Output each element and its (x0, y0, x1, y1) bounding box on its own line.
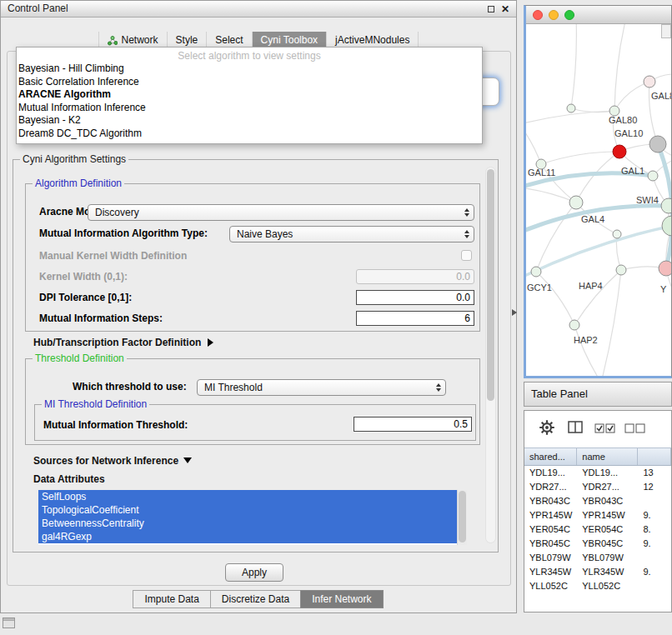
table-cell: YER054C (524, 522, 577, 537)
table-row[interactable]: YDR27...YDR27...12 (524, 480, 671, 494)
table-row[interactable]: YLR345WYLR345W9. (524, 565, 671, 579)
table-cell: YPR145W (524, 508, 577, 522)
algorithm-option-bayesian-hill-climbing[interactable]: Bayesian - Hill Climbing (17, 62, 482, 76)
node-label: GCY1 (527, 282, 552, 292)
close-traffic-icon[interactable] (533, 10, 543, 20)
node-label: GAL4 (581, 214, 604, 224)
clear-columns-icon[interactable] (624, 422, 646, 433)
combo-arrows-icon (464, 205, 469, 220)
network-node-hap4[interactable] (616, 265, 626, 275)
attribute-item-gal4rgexp[interactable]: gal4RGexp (38, 530, 457, 543)
table-cell: YDR27... (524, 480, 577, 494)
table-cell: YBL079W (577, 551, 638, 565)
network-node-gal10[interactable] (649, 136, 666, 152)
sources-toggle[interactable]: Sources for Network Inference (33, 455, 192, 467)
algorithm-option-basic-correlation-inference[interactable]: Basic Correlation Inference (17, 76, 482, 89)
table-row[interactable]: YBR043CYBR043C (524, 494, 671, 508)
mi-threshold-field[interactable] (354, 417, 472, 432)
network-node-hap2[interactable] (569, 320, 579, 330)
network-node-swi4[interactable] (661, 198, 672, 213)
mi-threshold-group-title: MI Threshold Definition (42, 398, 149, 410)
settings-scrollbar-thumb[interactable] (487, 169, 494, 401)
list-scrollbar[interactable] (457, 490, 467, 545)
minimize-traffic-icon[interactable] (549, 10, 559, 20)
network-view-window: GAL80GAL80GAL10GAL1SWI4GAL4HAP4GCY1YHAP2… (524, 5, 672, 378)
columns-icon[interactable] (568, 421, 583, 434)
select-all-columns-icon[interactable] (594, 422, 616, 433)
dpi-tolerance-label: DPI Tolerance [0,1]: (39, 292, 132, 303)
table-cell: YLL052C (577, 579, 638, 593)
algorithm-definition-title: Algorithm Definition (33, 178, 124, 189)
bottom-tabbar: Impute DataDiscretize DataInfer Network (1, 590, 516, 608)
table-cell (638, 579, 671, 593)
algorithm-option-mutual-information-inference[interactable]: Mutual Information Inference (17, 102, 482, 115)
float-window-icon[interactable] (488, 6, 494, 12)
table-cell: 12 (638, 480, 671, 494)
hub-definition-toggle[interactable]: Hub/Transcription Factor Definition (33, 337, 213, 348)
tab-impute-data[interactable]: Impute Data (133, 590, 210, 608)
attribute-item-topologicalcoefficient[interactable]: TopologicalCoefficient (38, 503, 457, 517)
scrollbar-stub[interactable] (661, 24, 671, 38)
network-node[interactable] (613, 145, 626, 158)
settings-scrollbar[interactable] (485, 167, 496, 543)
column-header-blank[interactable] (638, 448, 671, 465)
attribute-item-betweennesscentrality[interactable]: BetweennessCentrality (38, 517, 457, 530)
tab-discretize-data[interactable]: Discretize Data (210, 590, 301, 608)
zoom-traffic-icon[interactable] (564, 10, 574, 20)
algorithm-option-aracne-algorithm[interactable]: ARACNE Algorithm (17, 88, 482, 102)
network-node[interactable] (567, 104, 575, 112)
network-edge (526, 226, 672, 278)
network-node-gal4[interactable] (569, 196, 583, 209)
mi-steps-field[interactable] (356, 311, 474, 326)
which-threshold-select[interactable]: MI Threshold (197, 379, 446, 396)
network-canvas[interactable]: GAL80GAL80GAL10GAL1SWI4GAL4HAP4GCY1YHAP2… (526, 24, 672, 378)
table-row[interactable]: YBL079WYBL079W (524, 551, 671, 565)
table-row[interactable]: YPR145WYPR145W9. (524, 508, 671, 522)
table-cell: YLR345W (524, 565, 577, 579)
dpi-tolerance-field[interactable] (356, 290, 474, 305)
network-node[interactable] (662, 216, 672, 236)
apply-button[interactable]: Apply (225, 563, 283, 582)
docked-panel-icon[interactable] (3, 618, 15, 628)
manual-kernel-width-checkbox[interactable] (461, 250, 472, 261)
network-node-gal1[interactable] (648, 171, 658, 181)
table-cell: YBR043C (524, 494, 577, 508)
table-cell: YDR27... (577, 480, 638, 494)
node-label: SWI4 (636, 195, 659, 205)
table-cell: YBR043C (577, 494, 638, 508)
tab-label: Discretize Data (222, 593, 289, 605)
tab-infer-network[interactable]: Infer Network (300, 590, 383, 608)
data-attributes-label: Data Attributes (33, 473, 105, 485)
table-cell: YDL19... (577, 466, 638, 480)
gear-icon[interactable] (538, 418, 556, 437)
list-scrollbar-thumb[interactable] (459, 491, 466, 542)
network-node-gal80[interactable] (644, 76, 655, 88)
table-panel-titlebar: Table Panel (524, 382, 672, 407)
manual-kernel-width-label: Manual Kernel Width Definition (39, 250, 187, 262)
node-label: GAL11 (528, 168, 555, 178)
threshold-definition-group: Threshold Definition Which threshold to … (25, 358, 480, 445)
table-row[interactable]: YBR045CYBR045C9. (524, 537, 671, 551)
kernel-width-label: Kernel Width (0,1): (39, 271, 128, 282)
table-row[interactable]: YLL052CYLL052C (524, 579, 671, 593)
node-label: HAP4 (579, 281, 603, 291)
network-node-y[interactable] (659, 261, 672, 276)
mi-algorithm-type-select[interactable]: Naive Bayes (229, 226, 474, 242)
expand-down-icon (183, 458, 192, 463)
window-controls: ✕ (488, 1, 509, 18)
splitter-collapse-arrow[interactable] (512, 309, 517, 316)
network-icon (108, 36, 118, 46)
aracne-mode-select[interactable]: Discovery (88, 204, 474, 221)
algorithm-option-bayesian-k2[interactable]: Bayesian - K2 (17, 114, 482, 128)
column-header-shared[interactable]: shared... (524, 448, 577, 465)
kernel-width-field[interactable] (356, 269, 474, 284)
algorithm-option-dream8-dc-tdc-algorithm[interactable]: Dream8 DC_TDC Algorithm (17, 128, 482, 141)
table-row[interactable]: YDL19...YDL19...13 (524, 466, 671, 480)
network-node-gcy1[interactable] (531, 267, 541, 277)
column-header-name[interactable]: name (577, 448, 638, 465)
table-row[interactable]: YER054CYER054C8. (524, 522, 671, 537)
attribute-item-selfloops[interactable]: SelfLoops (38, 490, 457, 503)
network-node[interactable] (613, 230, 621, 238)
close-icon[interactable]: ✕ (501, 1, 509, 18)
sources-label: Sources for Network Inference (33, 455, 178, 467)
